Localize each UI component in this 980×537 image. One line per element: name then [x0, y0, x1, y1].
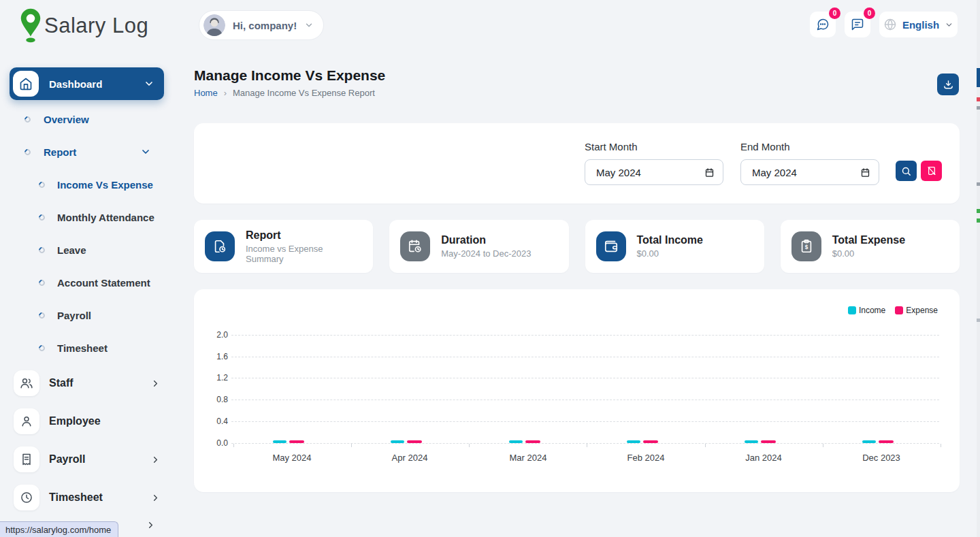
- status-url: https://salarylog.com/home: [5, 525, 111, 535]
- scroll-marker: [977, 209, 980, 213]
- breadcrumb: Home › Manage Income Vs Expense Report: [194, 88, 375, 98]
- bullet-icon: [37, 213, 46, 222]
- language-label: English: [902, 19, 939, 31]
- reset-filter-button[interactable]: [921, 161, 942, 181]
- user-menu[interactable]: Hi, company!: [199, 10, 324, 40]
- map-pin-logo-icon: [19, 8, 42, 44]
- income-bar: [862, 440, 876, 443]
- bullet-icon: [37, 278, 46, 287]
- page-title: Manage Income Vs Expense: [194, 67, 385, 84]
- y-tick: 1.6: [203, 352, 228, 361]
- expense-bar: [407, 440, 422, 443]
- income-expense-chart: Income Expense 2.0 1.6 1.2 0.8 0.4 0.0: [194, 289, 960, 492]
- sidebar-item-employee[interactable]: Employee: [14, 408, 161, 434]
- card-subtitle: Income vs Expense Summary: [246, 244, 362, 264]
- chevron-down-icon: [304, 20, 314, 30]
- x-axis-tick: [823, 444, 823, 447]
- app-window: Salary Log Dashboard Overview Report Inc…: [0, 0, 980, 537]
- people-icon: [14, 370, 39, 396]
- breadcrumb-home-link[interactable]: Home: [194, 88, 218, 98]
- sidebar-item-staff[interactable]: Staff: [14, 370, 161, 396]
- x-axis-tick: [587, 444, 587, 447]
- gridline: [231, 335, 939, 336]
- home-icon: [13, 71, 39, 97]
- chevron-down-icon: [945, 20, 953, 29]
- bullet-icon: [37, 180, 46, 189]
- x-label: Mar 2024: [497, 453, 559, 463]
- y-tick: 1.2: [203, 373, 228, 383]
- greeting-text: Hi, company!: [233, 20, 297, 31]
- income-bar: [745, 440, 758, 443]
- bullet-icon: [37, 344, 46, 353]
- sidebar-item-monthly-attendance[interactable]: Monthly Attendance: [39, 209, 154, 225]
- expense-bar: [525, 440, 540, 443]
- legend-income[interactable]: Income: [848, 306, 885, 315]
- scroll-marker: [977, 182, 980, 186]
- avatar: [203, 14, 225, 36]
- x-label: May 2024: [261, 453, 323, 463]
- language-selector[interactable]: English: [879, 12, 958, 37]
- legend-expense[interactable]: Expense: [895, 306, 938, 315]
- bullet-icon: [37, 246, 46, 255]
- end-month-input[interactable]: May 2024: [740, 159, 879, 185]
- svg-text:$: $: [804, 244, 808, 250]
- download-icon: [943, 79, 954, 91]
- sidebar-item-dashboard[interactable]: Dashboard: [10, 67, 164, 100]
- x-axis-tick: [705, 444, 706, 447]
- app-logo[interactable]: Salary Log: [19, 8, 148, 44]
- sidebar-item-payroll-report[interactable]: Payroll: [39, 307, 91, 323]
- expense-bar: [289, 440, 304, 443]
- start-month-input[interactable]: May 2024: [585, 159, 723, 185]
- income-bar: [273, 440, 287, 443]
- sidebar-item-overview[interactable]: Overview: [24, 111, 89, 127]
- legend-expense-label: Expense: [906, 306, 938, 315]
- person-icon: [14, 408, 39, 434]
- card-title: Total Income: [637, 234, 704, 246]
- report-card: Report Income vs Expense Summary: [194, 220, 373, 273]
- subitem-label: Timesheet: [57, 342, 108, 354]
- bullet-icon: [23, 115, 32, 124]
- income-bar: [391, 440, 404, 443]
- brand-name: Salary Log: [44, 14, 148, 38]
- sidebar-item-income-vs-expense[interactable]: Income Vs Expense: [39, 176, 153, 193]
- sidebar-item-timesheet-report[interactable]: Timesheet: [39, 340, 108, 356]
- chat-badge: 0: [829, 7, 840, 19]
- filter-panel: Start Month May 2024 End Month May 2024: [194, 123, 960, 204]
- note-slash-icon: [926, 165, 937, 176]
- x-axis-tick: [469, 444, 470, 447]
- chevron-right-icon: [150, 493, 161, 503]
- expense-swatch-icon: [895, 306, 903, 314]
- scrollbar[interactable]: [977, 0, 980, 537]
- sidebar-item-report[interactable]: Report: [24, 144, 76, 160]
- search-button[interactable]: [896, 161, 917, 181]
- globe-icon: [883, 18, 897, 31]
- sidebar-item-leave[interactable]: Leave: [39, 242, 86, 258]
- chat-notifications-button[interactable]: 0: [810, 12, 836, 37]
- clock-icon: [14, 485, 39, 510]
- chevron-right-icon: [146, 520, 156, 530]
- summary-cards-row: Report Income vs Expense Summary Duratio…: [194, 220, 960, 273]
- scroll-marker: [977, 97, 980, 101]
- sidebar-item-payroll[interactable]: Payroll: [14, 446, 161, 472]
- calendar-icon: [704, 167, 715, 178]
- overview-label: Overview: [44, 114, 89, 125]
- gridline: [231, 400, 939, 400]
- scroll-marker: [977, 218, 980, 223]
- receipt-icon: [14, 446, 39, 472]
- x-label: Apr 2024: [379, 453, 440, 463]
- card-subtitle: $0.00: [832, 248, 905, 259]
- message-notifications-button[interactable]: 0: [845, 12, 870, 37]
- total-income-card: Total Income $0.00: [585, 220, 764, 273]
- legend-income-label: Income: [859, 306, 885, 315]
- subitem-label: Payroll: [57, 310, 91, 321]
- download-report-button[interactable]: [937, 74, 959, 95]
- sidebar-item-timesheet[interactable]: Timesheet: [14, 485, 161, 510]
- sidebar-item-account-statement[interactable]: Account Statement: [39, 274, 150, 291]
- y-tick: 0.0: [203, 438, 228, 448]
- y-tick: 0.8: [203, 395, 228, 404]
- status-url-tooltip: https://salarylog.com/home: [0, 521, 118, 537]
- file-clock-icon: [205, 231, 235, 261]
- chevron-down-icon: [140, 146, 151, 157]
- x-label: Jan 2024: [733, 453, 794, 463]
- subitem-label: Monthly Attendance: [57, 212, 154, 223]
